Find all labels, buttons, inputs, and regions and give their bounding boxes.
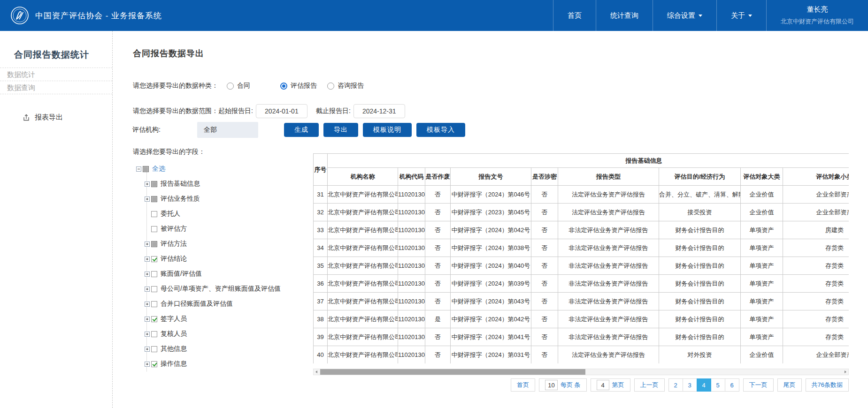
nav-item-关于[interactable]: 关于 [717,0,766,31]
table-cell: 法定评估业务资产评估报告 [558,186,659,204]
sidebar-group-数据查询[interactable]: 数据查询 [0,81,112,94]
tree-node: 复核人员 [133,326,302,341]
tree-node-label[interactable]: 评估业务性质 [160,195,201,203]
goto-page-box: 第页 [591,378,630,392]
expand-icon[interactable] [145,362,150,367]
tree-node-label[interactable]: 全选 [151,165,166,173]
goto-page-input[interactable] [597,380,609,390]
tree-node-label[interactable]: 评估结论 [160,255,188,263]
table-row[interactable]: 35北京中财资产评估有限公司11020130否中财评报字（2024）第040号否… [314,257,849,275]
checkbox-partial[interactable] [151,181,157,187]
page-number-5[interactable]: 5 [711,378,725,392]
table-row[interactable]: 32北京中财资产评估有限公司11020130否中财评报字（2023）第045号否… [314,204,849,221]
checkbox-partial[interactable] [143,166,149,172]
collapse-icon[interactable] [136,166,141,172]
horizontal-scrollbar[interactable] [313,369,849,375]
expand-icon[interactable] [145,181,150,187]
table-row[interactable]: 33北京中财资产评估有限公司11020130否中财评报字（2024）第042号否… [314,221,849,239]
radio-option-评估报告[interactable]: 评估报告 [280,82,317,90]
table-row[interactable]: 39北京中财资产评估有限公司11020130否中财评报字（2024）第041号否… [314,328,849,346]
page-number-6[interactable]: 6 [725,378,739,392]
date-range-label: 请您选择要导出的数据范围： [133,107,218,115]
end-date-input[interactable] [353,104,405,118]
nav-item-统计查询[interactable]: 统计查询 [596,0,653,31]
expand-icon[interactable] [145,332,150,337]
page-number-2[interactable]: 2 [668,378,683,392]
checkbox-partial[interactable] [151,241,157,247]
tree-node-label[interactable]: 签字人员 [160,315,188,323]
checkbox-checked[interactable] [151,316,157,322]
checkbox-unchecked[interactable] [151,211,157,217]
radio-icon[interactable] [280,83,287,90]
sidebar-item-report-export[interactable]: 报表导出 [0,113,112,122]
table-row[interactable]: 38北京中财资产评估有限公司11020130是中财评报字（2024）第042号否… [314,310,849,328]
tree-node-label[interactable]: 账面值/评估值 [160,270,203,278]
scroll-right-arrow-icon[interactable] [842,369,848,375]
user-block[interactable]: 董长亮 北京中财资产评估有限公司 [767,5,868,26]
radio-option-合同[interactable]: 合同 [227,82,250,90]
table-cell: 中财评报字（2024）第040号 [451,257,531,275]
tree-node-label[interactable]: 评估方法 [160,240,188,248]
expand-icon[interactable] [145,317,150,322]
table-cell: 11020130 [398,257,425,275]
radio-icon[interactable] [227,83,234,90]
checkbox-unchecked[interactable] [151,286,157,292]
page-number-3[interactable]: 3 [683,378,697,392]
checkbox-checked[interactable] [151,361,157,367]
table-row[interactable]: 36北京中财资产评估有限公司11020130否中财评报字（2024）第039号否… [314,275,849,293]
table-cell: 11020130 [398,204,425,221]
agency-row: 评估机构: 全部 生成导出模板说明模板导入 [132,122,465,138]
checkbox-partial[interactable] [151,196,157,202]
table-cell: 11020130 [398,221,425,239]
table-row[interactable]: 34北京中财资产评估有限公司11020130否中财评报字（2024）第038号否… [314,239,849,257]
tree-node-label[interactable]: 复核人员 [160,330,188,338]
button-模板导入[interactable]: 模板导入 [416,123,465,137]
scroll-left-arrow-icon[interactable] [314,369,320,375]
checkbox-unchecked[interactable] [151,271,157,277]
tree-node-label[interactable]: 委托人 [160,210,181,218]
tree-node-label[interactable]: 操作信息 [160,360,188,368]
expand-icon[interactable] [145,302,150,307]
agency-select[interactable]: 全部 [197,122,258,138]
expand-icon[interactable] [145,196,150,202]
nav-item-综合设置[interactable]: 综合设置 [653,0,716,31]
tree-node-label[interactable]: 合并口径账面值及评估值 [160,300,234,308]
expand-icon[interactable] [145,287,150,292]
next-page-button[interactable]: 下一页 [743,378,774,392]
agency-label: 评估机构: [132,126,161,134]
prev-page-button[interactable]: 上一页 [634,378,665,392]
table-row[interactable]: 40北京中财资产评估有限公司11020130否中财评报字（2024）第031号否… [314,346,849,364]
tree-node-label[interactable]: 报告基础信息 [160,180,201,188]
expand-icon[interactable] [145,347,150,352]
expand-icon[interactable] [145,242,150,247]
tree-node-label[interactable]: 被评估方 [160,225,188,233]
radio-icon[interactable] [327,83,334,90]
button-模板说明[interactable]: 模板说明 [363,123,412,137]
button-导出[interactable]: 导出 [323,123,358,137]
checkbox-checked[interactable] [151,256,157,262]
table-row[interactable]: 31北京中财资产评估有限公司11020130否中财评报字（2024）第046号否… [314,186,849,204]
checkbox-unchecked[interactable] [151,331,157,337]
button-生成[interactable]: 生成 [284,123,319,137]
per-page-input[interactable] [545,380,558,390]
checkbox-unchecked[interactable] [151,301,157,307]
nav-item-首页[interactable]: 首页 [553,0,596,31]
expand-icon[interactable] [145,272,150,277]
expand-icon[interactable] [145,257,150,262]
table-row[interactable]: 37北京中财资产评估有限公司11020130否中财评报字（2024）第043号否… [314,293,849,310]
last-page-button[interactable]: 尾页 [777,378,802,392]
table-cell: 法定评估业务资产评估报告 [558,346,659,364]
scrollbar-thumb[interactable] [320,369,585,375]
radio-option-咨询报告[interactable]: 咨询报告 [327,82,364,90]
page-number-4[interactable]: 4 [697,378,711,392]
first-page-button[interactable]: 首页 [511,378,535,392]
start-date-input[interactable] [256,104,307,118]
tree-node-label[interactable]: 母公司/单项资产、资产组账面值及评估值 [160,285,282,293]
checkbox-unchecked[interactable] [151,226,157,232]
table-cell: 37 [314,293,328,310]
tree-node-label[interactable]: 其他信息 [160,345,188,353]
table-cell: 否 [531,310,558,328]
tree-node: 评估业务性质 [133,191,302,206]
sidebar-group-数据统计[interactable]: 数据统计 [0,68,112,81]
checkbox-unchecked[interactable] [151,346,157,352]
